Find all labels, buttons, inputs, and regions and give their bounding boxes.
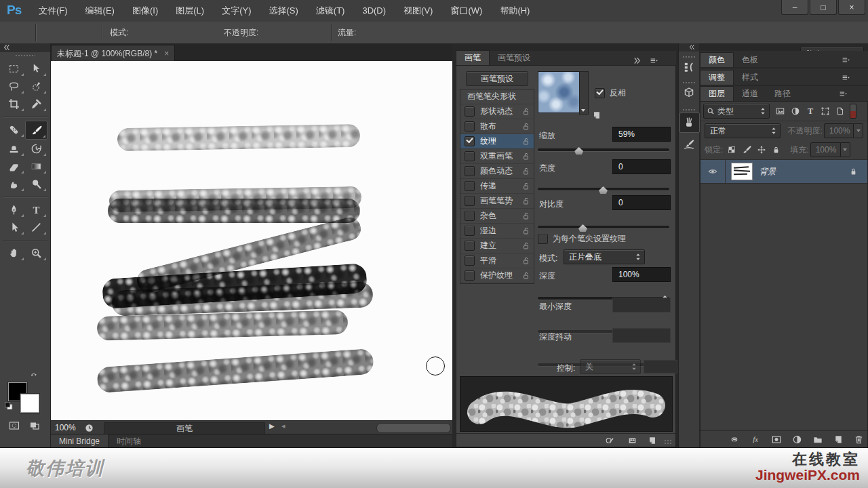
layer-filter-dropdown[interactable]: 类型 [703,104,770,119]
expand-panels-icon[interactable] [688,43,696,51]
lock-transparent-icon[interactable] [727,145,736,155]
dynamics-checkbox[interactable] [465,270,475,281]
menu-图像I[interactable]: 图像(I) [123,0,167,22]
lock-icon[interactable] [521,182,530,190]
dynamics-item-画笔笔势[interactable]: 画笔笔势 [460,194,534,209]
tab-color[interactable]: 颜色 [700,52,734,67]
menu-编辑E[interactable]: 编辑(E) [77,0,123,22]
lock-icon[interactable] [521,197,530,205]
dynamics-item-颜色动态[interactable]: 颜色动态 [460,164,534,179]
new-layer-icon[interactable] [833,434,844,445]
menu-视图V[interactable]: 视图(V) [395,0,441,22]
filter-pixel-layers-icon[interactable] [775,106,785,116]
tab-swatches[interactable]: 色板 [734,53,766,67]
tab-adjustments[interactable]: 调整 [700,70,734,85]
lock-all-icon[interactable] [772,145,781,155]
texture-pattern-thumbnail[interactable] [538,71,580,113]
dynamics-item-建立[interactable]: 建立 [460,239,534,253]
texture-grid-icon[interactable] [627,436,637,445]
dynamics-item-保护纹理[interactable]: 保护纹理 [460,268,534,283]
type-tool[interactable]: T [25,201,47,218]
brightness-slider[interactable] [538,188,669,190]
layer-thumbnail[interactable] [731,163,753,180]
brightness-value[interactable]: 0 [612,159,671,174]
visibility-eye-icon[interactable] [707,167,718,176]
document-tab[interactable]: 未标题-1 @ 100%(RGB/8) * × [51,45,175,62]
filter-smart-objects-icon[interactable] [835,106,844,116]
tab-mini-bridge[interactable]: Mini Bridge [51,434,108,448]
menu-选择S[interactable]: 选择(S) [260,0,307,22]
rect-marquee-tool[interactable] [3,60,25,77]
dynamics-checkbox[interactable] [465,106,475,117]
quick-select-tool[interactable] [25,77,47,95]
tools-panel-header[interactable] [0,43,50,52]
new-group-icon[interactable] [812,434,823,445]
dodge-tool[interactable] [25,175,47,192]
dynamics-item-形状动态[interactable]: 形状动态 [460,104,534,119]
properties-panel-icon[interactable] [683,87,695,99]
icon-dock-header[interactable] [679,43,699,52]
dynamics-item-纹理[interactable]: 纹理 [460,134,534,149]
status-back-icon[interactable]: ◀ [281,424,285,429]
dynamics-checkbox[interactable] [465,136,475,146]
invert-checkbox[interactable] [595,88,605,98]
tab-timeline[interactable]: 时间轴 [108,434,149,448]
panel-menu-icon[interactable] [838,89,848,98]
layer-row-background[interactable]: 背景 [701,160,867,184]
layer-name[interactable]: 背景 [760,166,776,178]
quick-mask-button[interactable] [8,420,20,431]
menu-帮助H[interactable]: 帮助(H) [491,0,538,22]
lock-icon[interactable] [521,241,530,250]
filter-adjustment-layers-icon[interactable] [791,106,800,116]
brush-panel-dock-button[interactable] [679,113,700,133]
smudge-tool[interactable] [3,175,25,192]
brush-tool[interactable] [25,121,47,140]
lock-icon[interactable] [521,226,530,235]
crop-tool[interactable] [3,95,25,113]
dynamics-checkbox[interactable] [465,121,475,131]
dynamics-checkbox[interactable] [465,181,475,191]
depth-value[interactable]: 100% [612,267,671,282]
lock-paint-icon[interactable] [742,145,751,155]
scale-value[interactable]: 59% [612,127,671,142]
filter-type-layers-icon[interactable]: T [806,106,815,116]
close-button[interactable]: × [838,0,865,15]
scale-slider[interactable] [538,148,669,151]
contrast-value[interactable]: 0 [612,195,671,210]
blend-mode-dropdown[interactable]: 正常 [705,123,781,138]
spot-healing-tool[interactable] [3,121,25,138]
dynamics-item-湿边[interactable]: 湿边 [460,224,534,239]
gradient-tool[interactable] [25,157,47,175]
dynamics-item-传递[interactable]: 传递 [460,179,534,194]
pen-tool[interactable] [3,201,25,218]
panel-grip[interactable] [15,54,35,57]
screen-mode-button[interactable] [28,420,41,431]
texture-picker-arrow[interactable] [579,71,589,115]
new-texture-icon[interactable] [592,110,601,120]
eyedropper-tool[interactable] [25,95,47,113]
resize-grip[interactable] [664,439,672,445]
dynamics-item-杂色[interactable]: 杂色 [460,209,534,224]
doc-info-icon[interactable] [84,423,94,433]
lock-icon[interactable] [521,271,530,280]
hand-tool[interactable] [3,244,25,262]
add-mask-icon[interactable] [771,434,782,445]
tab-layers[interactable]: 图层 [700,86,734,101]
history-brush-tool[interactable] [25,140,47,157]
canvas[interactable] [51,61,452,420]
dynamics-item-平滑[interactable]: 平滑 [460,253,534,268]
path-select-tool[interactable] [3,218,25,236]
layer-style-fx-icon[interactable]: fx [750,434,761,445]
contrast-slider[interactable] [538,226,669,228]
dynamics-item-散布[interactable]: 散布 [460,119,534,134]
dynamics-checkbox[interactable] [465,196,475,206]
tab-brush[interactable]: 画笔 [456,50,490,65]
collapse-panel-icon[interactable] [3,43,11,52]
per-tip-checkbox[interactable] [538,234,548,244]
tab-styles[interactable]: 样式 [734,70,766,85]
lock-icon[interactable] [521,152,530,161]
clone-stamp-tool[interactable] [3,140,25,157]
dynamics-checkbox[interactable] [465,226,475,236]
dynamics-checkbox[interactable] [465,166,475,176]
menu-文字Y[interactable]: 文字(Y) [213,0,260,22]
